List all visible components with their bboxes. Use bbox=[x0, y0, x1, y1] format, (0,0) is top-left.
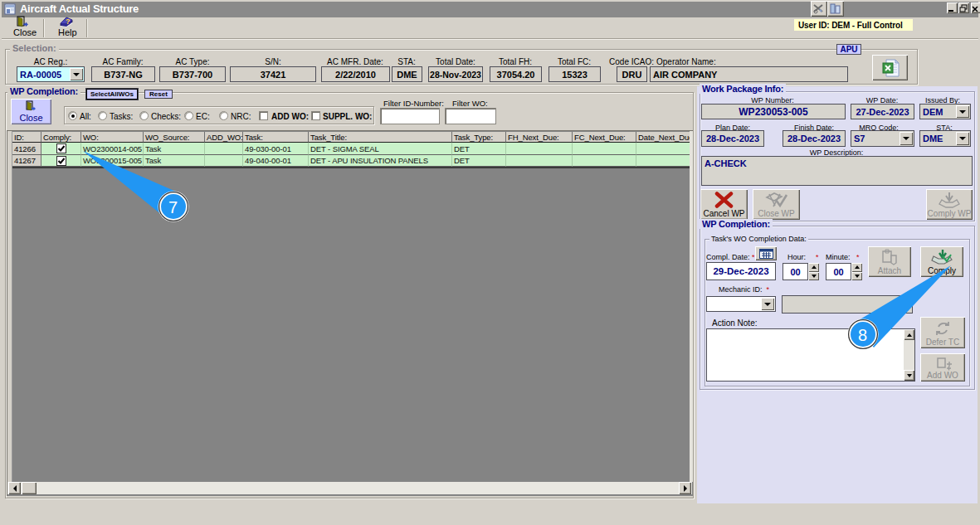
svg-text:?: ? bbox=[66, 17, 71, 26]
